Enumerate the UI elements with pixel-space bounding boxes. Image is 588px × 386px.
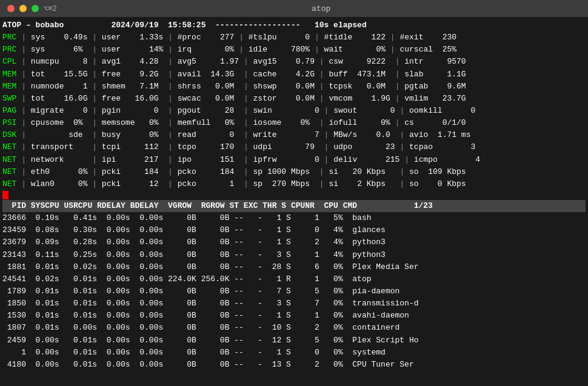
system-line-8: DSK | sde | busy 0% | read 0 | write 7 |… <box>2 129 586 141</box>
process-row-10[interactable]: 2459 0.00s 0.01s 0.00s 0.00s 0B 0B -- - … <box>2 334 586 347</box>
atop-header-line: ATOP – bobabo 2024/09/19 15:58:25 ------… <box>2 19 586 32</box>
process-row-5[interactable]: 24541 0.02s 0.01s 0.00s 0.00s 224.0K 256… <box>2 273 586 285</box>
red-indicator <box>2 191 8 199</box>
process-row-7[interactable]: 1850 0.01s 0.01s 0.00s 0.00s 0B 0B -- - … <box>2 298 586 310</box>
process-row-12[interactable]: 4180 0.00s 0.01s 0.00s 0.00s 0B 0B -- - … <box>2 359 586 371</box>
titlebar: ⌥⌘2 atop <box>0 0 588 17</box>
system-line-9: NET | transport | tcpi 112 | tcpo 170 | … <box>2 141 586 153</box>
keyboard-shortcut: ⌥⌘2 <box>44 4 57 13</box>
maximize-button[interactable] <box>32 5 39 12</box>
system-line-7: PSI | cpusome 0% | memsome 0% | memfull … <box>2 117 586 129</box>
close-button[interactable] <box>7 5 15 12</box>
minimize-button[interactable] <box>19 5 27 12</box>
system-line-10: NET | network | ipi 217 | ipo 151 | ipfr… <box>2 154 586 166</box>
process-row-2[interactable]: 23679 0.09s 0.28s 0.00s 0.00s 0B 0B -- -… <box>2 236 586 248</box>
process-row-1[interactable]: 23459 0.08s 0.30s 0.00s 0.00s 0B 0B -- -… <box>2 224 586 236</box>
system-line-5: SWP | tot 16.0G | free 16.0G | swcac 0.0… <box>2 93 586 105</box>
process-row-6[interactable]: 1789 0.01s 0.01s 0.00s 0.00s 0B 0B -- - … <box>2 285 586 298</box>
system-info-section: PRC | sys 0.49s | user 1.33s | #proc 277… <box>2 32 586 190</box>
process-row-9[interactable]: 1807 0.01s 0.00s 0.00s 0.00s 0B 0B -- - … <box>2 322 586 334</box>
process-row-4[interactable]: 1881 0.01s 0.02s 0.00s 0.00s 0B 0B -- - … <box>2 261 586 273</box>
system-line-6: PAG | migrate 0 | pgin 0 | pgout 28 | sw… <box>2 105 586 117</box>
system-line-2: CPL | numcpu 8 | avg1 4.28 | avg5 1.97 |… <box>2 56 586 68</box>
system-line-12: NET | wlan0 0% | pcki 12 | pcko 1 | sp 2… <box>2 178 586 190</box>
process-row-0[interactable]: 23666 0.10s 0.41s 0.00s 0.00s 0B 0B -- -… <box>2 212 586 224</box>
terminal-output[interactable]: ATOP – bobabo 2024/09/19 15:58:25 ------… <box>0 17 588 373</box>
process-table-header: PID SYSCPU USRCPU RDELAY BDELAY VGROW RG… <box>2 200 586 212</box>
system-line-1: PRC | sys 6% | user 14% | irq 0% | idle … <box>2 44 586 56</box>
process-table-body: 23666 0.10s 0.41s 0.00s 0.00s 0B 0B -- -… <box>2 212 586 371</box>
system-line-3: MEM | tot 15.5G | free 9.2G | avail 14.3… <box>2 68 586 81</box>
window-title: atop <box>62 4 581 13</box>
process-row-8[interactable]: 1530 0.01s 0.01s 0.00s 0.00s 0B 0B -- - … <box>2 310 586 322</box>
process-row-11[interactable]: 1 0.00s 0.01s 0.00s 0.00s 0B 0B -- - 1 S… <box>2 347 586 359</box>
red-indicator-row <box>2 191 586 199</box>
system-line-4: MEM | numnode 1 | shmem 7.1M | shrss 0.0… <box>2 81 586 93</box>
system-line-0: PRC | sys 0.49s | user 1.33s | #proc 277… <box>2 32 586 44</box>
process-row-3[interactable]: 23143 0.11s 0.25s 0.00s 0.00s 0B 0B -- -… <box>2 249 586 261</box>
system-line-11: NET | eth0 0% | pcki 184 | pcko 184 | sp… <box>2 166 586 178</box>
